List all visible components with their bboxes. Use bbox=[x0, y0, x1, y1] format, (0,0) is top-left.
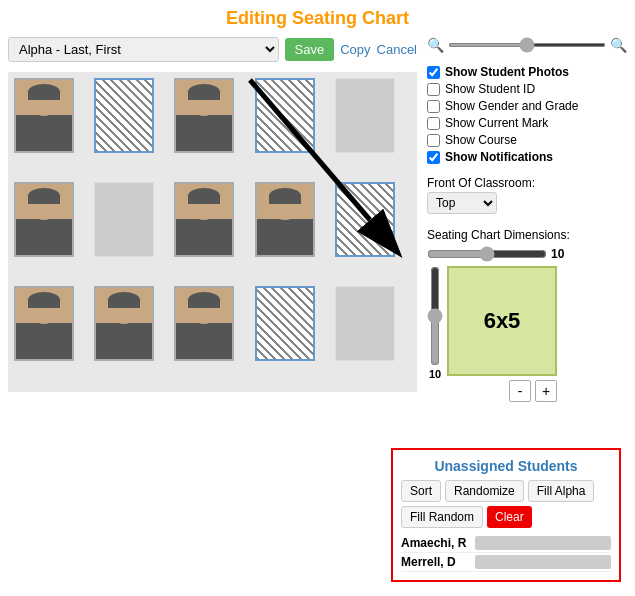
seat-1-2[interactable] bbox=[94, 78, 154, 153]
show-gender-label: Show Gender and Grade bbox=[445, 99, 578, 113]
seat-1-1[interactable] bbox=[14, 78, 74, 153]
unassigned-btns-row1: Sort Randomize Fill Alpha bbox=[401, 480, 611, 502]
plus-button[interactable]: + bbox=[535, 380, 557, 402]
minus-button[interactable]: - bbox=[509, 380, 531, 402]
v-slider[interactable] bbox=[427, 266, 443, 366]
student-bar-1 bbox=[475, 555, 611, 569]
seat-3-4[interactable] bbox=[255, 286, 315, 361]
seating-grid bbox=[8, 72, 417, 392]
seat-2-5[interactable] bbox=[335, 182, 395, 257]
student-row-0[interactable]: Amaechi, R bbox=[401, 534, 611, 553]
show-course-label: Show Course bbox=[445, 133, 517, 147]
save-button[interactable]: Save bbox=[285, 38, 335, 61]
cancel-button[interactable]: Cancel bbox=[377, 42, 417, 57]
student-photo bbox=[257, 184, 313, 255]
student-name-0: Amaechi, R bbox=[401, 536, 471, 550]
front-label: Front Of Classroom: bbox=[427, 176, 627, 190]
seat-2-4[interactable] bbox=[255, 182, 315, 257]
show-course-checkbox[interactable] bbox=[427, 134, 440, 147]
seat-2-2 bbox=[94, 182, 154, 257]
seat-2-3[interactable] bbox=[174, 182, 234, 257]
seat-1-4[interactable] bbox=[255, 78, 315, 153]
v-value: 10 bbox=[429, 368, 441, 380]
copy-button[interactable]: Copy bbox=[340, 42, 370, 57]
seat-3-3[interactable] bbox=[174, 286, 234, 361]
dimensions-section: Seating Chart Dimensions: 10 10 6x5 bbox=[427, 228, 627, 402]
show-id-label: Show Student ID bbox=[445, 82, 535, 96]
seat-3-2[interactable] bbox=[94, 286, 154, 361]
show-notif-option: Show Notifications bbox=[427, 150, 627, 164]
show-mark-checkbox[interactable] bbox=[427, 117, 440, 130]
student-photo bbox=[176, 288, 232, 359]
left-panel: Alpha - Last, First Save Copy Cancel bbox=[8, 37, 417, 402]
checkbox-group: Show Student Photos Show Student ID Show… bbox=[427, 65, 627, 164]
right-panel: 🔍 🔍 Show Student Photos Show Student ID … bbox=[427, 37, 627, 402]
student-photo bbox=[16, 184, 72, 255]
show-photos-option: Show Student Photos bbox=[427, 65, 627, 79]
h-value: 10 bbox=[551, 247, 564, 261]
chart-plus-minus: - + bbox=[447, 380, 557, 402]
front-of-classroom: Front Of Classroom: Top Bottom Left Righ… bbox=[427, 176, 627, 220]
main-container: Editing Seating Chart Alpha - Last, Firs… bbox=[0, 0, 635, 596]
dimensions-label: Seating Chart Dimensions: bbox=[427, 228, 627, 242]
chart-preview-box: 6x5 bbox=[447, 266, 557, 376]
show-notif-label: Show Notifications bbox=[445, 150, 553, 164]
fill-alpha-button[interactable]: Fill Alpha bbox=[528, 480, 595, 502]
sort-select[interactable]: Alpha - Last, First bbox=[8, 37, 279, 62]
unassigned-students-panel: Unassigned Students Sort Randomize Fill … bbox=[391, 448, 621, 582]
show-notif-checkbox[interactable] bbox=[427, 151, 440, 164]
zoom-slider[interactable] bbox=[448, 43, 606, 47]
show-mark-label: Show Current Mark bbox=[445, 116, 548, 130]
chart-preview-area: 10 6x5 - + bbox=[427, 266, 627, 402]
seat-3-5 bbox=[335, 286, 395, 361]
student-photo bbox=[96, 288, 152, 359]
seat-2-1[interactable] bbox=[14, 182, 74, 257]
student-name-1: Merrell, D bbox=[401, 555, 471, 569]
zoom-out-icon[interactable]: 🔍 bbox=[427, 37, 444, 53]
unassigned-title: Unassigned Students bbox=[401, 458, 611, 474]
student-photo bbox=[16, 288, 72, 359]
h-slider-row: 10 bbox=[427, 246, 627, 262]
content-area: Alpha - Last, First Save Copy Cancel bbox=[8, 37, 627, 402]
toolbar: Alpha - Last, First Save Copy Cancel bbox=[8, 37, 417, 62]
h-slider[interactable] bbox=[427, 246, 547, 262]
sort-button[interactable]: Sort bbox=[401, 480, 441, 502]
seat-1-5 bbox=[335, 78, 395, 153]
unassigned-btns-row2: Fill Random Clear bbox=[401, 506, 611, 528]
front-select[interactable]: Top Bottom Left Right bbox=[427, 192, 497, 214]
show-mark-option: Show Current Mark bbox=[427, 116, 627, 130]
show-gender-checkbox[interactable] bbox=[427, 100, 440, 113]
show-id-option: Show Student ID bbox=[427, 82, 627, 96]
seat-3-1[interactable] bbox=[14, 286, 74, 361]
show-photos-checkbox[interactable] bbox=[427, 66, 440, 79]
zoom-bar: 🔍 🔍 bbox=[427, 37, 627, 53]
clear-button[interactable]: Clear bbox=[487, 506, 532, 528]
seat-1-3[interactable] bbox=[174, 78, 234, 153]
student-photo bbox=[176, 80, 232, 151]
show-photos-label: Show Student Photos bbox=[445, 65, 569, 79]
show-id-checkbox[interactable] bbox=[427, 83, 440, 96]
randomize-button[interactable]: Randomize bbox=[445, 480, 524, 502]
show-course-option: Show Course bbox=[427, 133, 627, 147]
show-gender-option: Show Gender and Grade bbox=[427, 99, 627, 113]
student-photo bbox=[176, 184, 232, 255]
v-slider-wrap: 10 bbox=[427, 266, 443, 380]
page-title: Editing Seating Chart bbox=[8, 8, 627, 29]
chart-dimension-label: 6x5 bbox=[484, 308, 521, 334]
student-bar-0 bbox=[475, 536, 611, 550]
fill-random-button[interactable]: Fill Random bbox=[401, 506, 483, 528]
student-photo bbox=[16, 80, 72, 151]
zoom-in-icon[interactable]: 🔍 bbox=[610, 37, 627, 53]
student-row-1[interactable]: Merrell, D bbox=[401, 553, 611, 572]
